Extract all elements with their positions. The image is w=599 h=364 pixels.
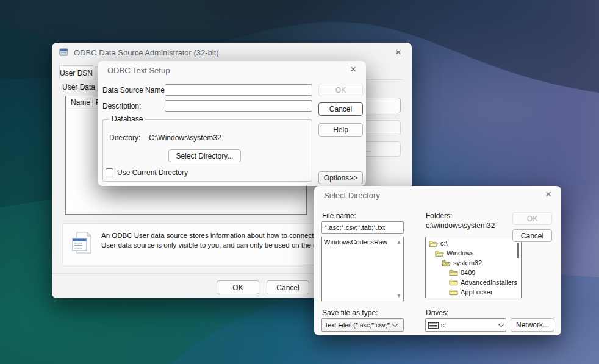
dsn-input[interactable] — [165, 84, 312, 96]
close-icon[interactable]: × — [543, 189, 554, 200]
folders-label: Folders: — [426, 212, 452, 220]
dialog-title: ODBC Text Setup — [107, 66, 170, 75]
save-type-label: Save file as type: — [322, 309, 378, 317]
tree-scrollbar-thumb[interactable] — [517, 243, 519, 258]
close-icon[interactable]: × — [393, 47, 404, 58]
tree-item-drive-root[interactable]: c:\ — [426, 238, 521, 248]
tab-user-dsn[interactable]: User DSN — [59, 65, 93, 80]
help-button[interactable]: Help — [318, 123, 363, 137]
tree-item-0409[interactable]: 0409 — [426, 268, 521, 277]
tree-item-applocker[interactable]: AppLocker — [426, 287, 521, 297]
drives-combobox[interactable]: c: — [425, 318, 506, 332]
select-directory-button[interactable]: Select Directory... — [168, 149, 241, 162]
folder-open-icon — [435, 249, 444, 257]
save-type-combobox[interactable]: Text Files (*.asc;*.csv;*. — [321, 318, 404, 332]
dialog-title: Select Directory — [324, 191, 380, 200]
folder-closed-icon — [449, 269, 458, 276]
folder-open-icon — [429, 240, 438, 248]
file-name-label: File name: — [322, 212, 356, 220]
ok-button[interactable]: OK — [217, 280, 259, 294]
use-current-directory-label: Use Current Directory — [117, 168, 188, 177]
folder-open-current-icon — [442, 259, 451, 267]
tree-item-windows[interactable]: Windows — [426, 248, 521, 258]
odbc-document-icon — [71, 231, 93, 257]
column-header-name[interactable]: Name — [71, 98, 90, 107]
chevron-down-icon — [392, 321, 398, 327]
ok-button[interactable]: OK — [512, 212, 552, 225]
cancel-button[interactable]: Cancel — [318, 102, 363, 116]
database-group-label: Database — [109, 115, 145, 123]
file-pattern-input[interactable]: *.asc;*.csv;*.tab;*.txt — [321, 221, 404, 234]
cancel-button[interactable]: Cancel — [512, 229, 552, 242]
database-group: Database Directory: C:\Windows\system32 … — [102, 119, 312, 182]
network-button[interactable]: Network... — [511, 318, 554, 332]
cancel-button[interactable]: Cancel — [267, 280, 309, 294]
desktop: ODBC Data Source Administrator (32-bit) … — [0, 0, 599, 364]
dsn-label: Data Source Name: — [102, 86, 167, 95]
description-input[interactable] — [165, 100, 312, 112]
folder-tree[interactable]: c:\ Windows system32 0409 AdvancedInstal… — [425, 237, 522, 298]
scroll-down-icon[interactable]: ▼ — [395, 293, 403, 299]
close-icon[interactable]: × — [348, 64, 359, 75]
column-divider — [92, 98, 93, 107]
folder-closed-icon — [449, 288, 458, 296]
select-directory-dialog: Select Directory × File name: *.asc;*.cs… — [314, 186, 561, 335]
tree-item-system32-current[interactable]: system32 — [426, 258, 521, 268]
directory-value: C:\Windows\system32 — [149, 134, 221, 142]
odbc-text-setup-dialog: ODBC Text Setup × Data Source Name: Desc… — [98, 61, 366, 186]
options-button[interactable]: Options>> — [318, 171, 363, 184]
directory-label: Directory: — [109, 134, 140, 142]
scroll-up-icon[interactable]: ▲ — [395, 239, 403, 245]
tree-item-advancedinstallers[interactable]: AdvancedInstallers — [426, 277, 521, 287]
use-current-directory-checkbox[interactable] — [106, 168, 113, 176]
file-list-item[interactable]: WindowsCodecsRaw.txt — [324, 238, 387, 246]
file-list[interactable]: WindowsCodecsRaw.txt ▲ ▼ — [321, 237, 404, 301]
window-title: ODBC Data Source Administrator (32-bit) — [74, 48, 219, 57]
ok-button[interactable]: OK — [318, 84, 363, 96]
odbc-app-icon — [59, 48, 69, 57]
current-path: c:\windows\system32 — [426, 221, 495, 230]
folder-closed-icon — [449, 279, 458, 286]
chevron-down-icon — [498, 321, 504, 327]
drives-label: Drives: — [426, 309, 448, 317]
description-label: Description: — [102, 102, 141, 110]
drive-icon — [428, 322, 439, 329]
